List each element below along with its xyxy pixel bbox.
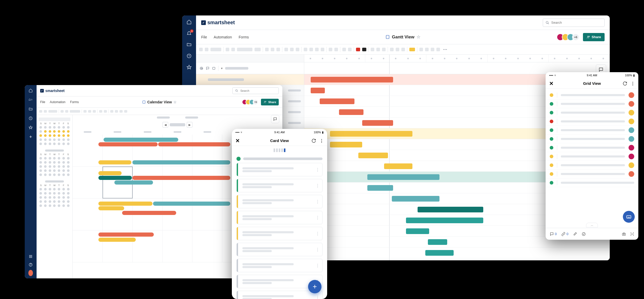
calendar-event-bar[interactable] <box>132 160 230 164</box>
toolbar-item[interactable] <box>265 48 269 51</box>
gantt-bar[interactable] <box>392 196 439 202</box>
toolbar-item[interactable] <box>334 48 338 51</box>
card-item[interactable]: ⋮ <box>236 227 323 240</box>
toolbar-item[interactable] <box>425 48 429 51</box>
gantt-bar[interactable] <box>367 174 439 180</box>
recents-icon[interactable] <box>28 116 33 121</box>
toolbar-item[interactable] <box>371 48 374 51</box>
grid-row[interactable] <box>546 91 638 99</box>
gantt-bar[interactable] <box>406 218 483 223</box>
card-item[interactable]: ⋮ <box>236 291 323 299</box>
share-button[interactable]: Share <box>261 99 279 105</box>
menu-file[interactable]: File <box>40 100 45 104</box>
grid-row[interactable] <box>546 135 638 143</box>
gantt-section-row[interactable] <box>196 74 304 85</box>
chevron-down-icon[interactable]: ▾ <box>221 67 223 70</box>
grid-row[interactable] <box>546 152 638 161</box>
gantt-bar[interactable] <box>406 228 429 234</box>
folder-icon[interactable] <box>186 42 192 47</box>
user-avatar[interactable] <box>28 271 33 275</box>
proof-button[interactable] <box>582 232 586 236</box>
gantt-bar[interactable] <box>367 185 393 191</box>
toolbar-item[interactable] <box>290 48 294 51</box>
search-input[interactable] <box>551 21 602 24</box>
share-button[interactable]: Share <box>583 33 605 41</box>
gantt-bar[interactable] <box>428 239 447 245</box>
gantt-bar[interactable] <box>311 88 325 93</box>
calendar-event-bar[interactable] <box>114 180 153 185</box>
card-menu-icon[interactable]: ⋮ <box>316 247 320 252</box>
toolbar-item[interactable] <box>199 48 203 51</box>
card-item[interactable]: ⋮ <box>236 195 323 208</box>
toolbar-item[interactable] <box>436 48 440 51</box>
grid-row[interactable] <box>546 161 638 170</box>
refresh-icon[interactable] <box>311 138 316 143</box>
avatar-overflow[interactable]: +6 <box>572 34 579 41</box>
calendar-event-bar[interactable] <box>104 138 178 142</box>
toolbar-item[interactable] <box>44 110 47 113</box>
menu-automation[interactable]: Automation <box>214 35 232 39</box>
gantt-bar[interactable] <box>339 109 363 115</box>
toolbar-item[interactable] <box>271 48 274 51</box>
card-menu-icon[interactable]: ⋮ <box>316 231 320 236</box>
toolbar-item[interactable] <box>315 48 319 51</box>
grid-row[interactable] <box>546 99 638 108</box>
toolbar-item[interactable] <box>401 48 405 51</box>
calendar-event-bar[interactable] <box>122 211 176 215</box>
toolbar-item[interactable] <box>304 48 307 51</box>
grid-row[interactable] <box>546 178 638 187</box>
recents-icon[interactable] <box>186 53 192 59</box>
toolbar-item[interactable] <box>88 110 91 113</box>
mini-calendar-next[interactable]: SMTWTFS <box>39 150 70 177</box>
scan-button[interactable] <box>630 232 634 236</box>
toolbar-item[interactable] <box>115 110 118 113</box>
toolbar-highlight[interactable] <box>409 48 415 51</box>
calendar-event-bar[interactable] <box>98 142 158 146</box>
toolbar-item[interactable] <box>104 110 107 113</box>
toolbar-item[interactable] <box>83 110 87 113</box>
comment-panel-toggle[interactable] <box>271 115 279 123</box>
mini-calendar-current[interactable]: SMTWTFS <box>39 118 70 146</box>
grid-row[interactable] <box>546 117 638 126</box>
toolbar-item[interactable] <box>321 48 324 51</box>
grid-row[interactable] <box>546 126 638 135</box>
refresh-icon[interactable] <box>623 81 627 86</box>
avatar-overflow[interactable]: +6 <box>253 99 258 105</box>
toolbar-item[interactable] <box>70 110 80 113</box>
more-icon[interactable]: ⋮ <box>631 81 635 86</box>
menu-file[interactable]: File <box>201 35 207 39</box>
attachments-button[interactable]: 0 <box>561 232 568 236</box>
menu-forms[interactable]: Forms <box>70 100 79 104</box>
search-input[interactable] <box>240 89 276 92</box>
card-lane-tabs[interactable] <box>232 146 327 155</box>
toolbar-item[interactable] <box>110 110 113 113</box>
calendar-event-bar[interactable] <box>98 206 124 210</box>
calendar-event-bar[interactable] <box>158 142 230 146</box>
home-icon[interactable] <box>186 19 192 25</box>
gantt-bar[interactable] <box>320 98 354 104</box>
toolbar-item[interactable] <box>231 48 235 51</box>
toolbar-item[interactable] <box>226 48 229 51</box>
search-field[interactable] <box>543 19 605 27</box>
keyboard-fab[interactable] <box>623 211 635 223</box>
calendar-event-bar[interactable] <box>98 238 136 242</box>
grid-row[interactable] <box>546 170 638 178</box>
toolbar-item[interactable] <box>276 48 280 51</box>
toolbar-item[interactable] <box>48 110 57 113</box>
card-list[interactable]: ⋮⋮⋮⋮⋮⋮⋮⋮⋮ <box>232 163 327 299</box>
toolbar-color[interactable] <box>356 48 360 51</box>
toolbar-item[interactable] <box>39 110 42 113</box>
calendar-event-bar[interactable] <box>132 176 230 180</box>
notifications-icon[interactable]: 3 <box>186 30 192 36</box>
close-icon[interactable]: ✕ <box>235 138 240 144</box>
card-lane-header[interactable] <box>232 155 327 163</box>
favorites-icon[interactable] <box>186 64 192 70</box>
calendar-event-bar[interactable] <box>153 202 230 206</box>
apps-icon[interactable] <box>28 254 33 259</box>
toolbar-item[interactable] <box>61 110 64 113</box>
star-icon[interactable]: ☆ <box>417 34 420 40</box>
star-icon[interactable]: ☆ <box>173 100 177 104</box>
toolbar-item[interactable] <box>419 48 423 51</box>
toolbar-item[interactable] <box>120 110 123 113</box>
card-menu-icon[interactable]: ⋮ <box>316 183 320 188</box>
